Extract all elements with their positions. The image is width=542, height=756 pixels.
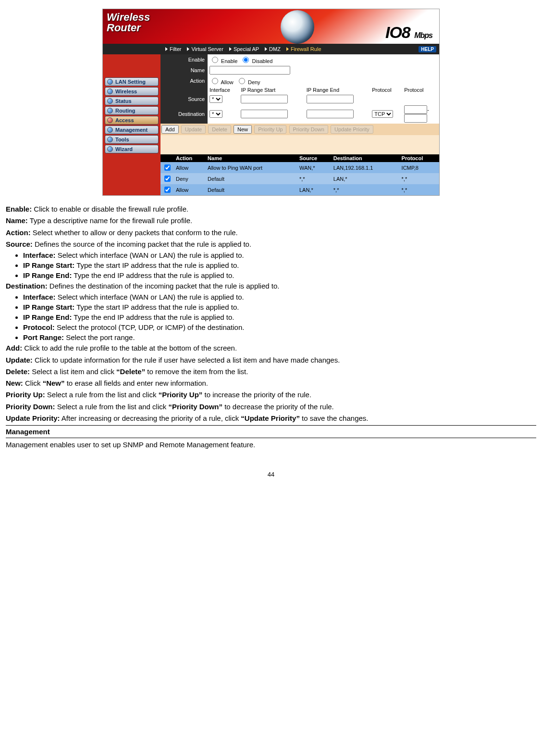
term-destination: Destination:	[6, 282, 48, 290]
rule-check[interactable]	[164, 187, 171, 193]
priority-down-button[interactable]: Priority Down	[289, 125, 328, 134]
term-add: Add:	[6, 344, 22, 352]
disabled-radio[interactable]	[243, 57, 249, 63]
name-input[interactable]	[209, 66, 290, 75]
label-name: Name	[160, 65, 208, 76]
term-source: Source:	[6, 240, 33, 248]
speed-badge: IO8 Mbps	[385, 23, 432, 42]
source-interface-select[interactable]: *	[209, 95, 222, 103]
rules-col-action: Action	[174, 154, 206, 162]
dest-ipstart-input[interactable]	[241, 110, 288, 118]
bullet-icon	[107, 146, 113, 152]
speed-big: IO8	[385, 23, 410, 41]
new-button[interactable]: New	[234, 125, 252, 134]
label-destination: Destination	[160, 104, 208, 124]
sidebar-item-wizard[interactable]: Wizard	[105, 145, 159, 153]
enable-radio[interactable]	[212, 57, 218, 63]
term-update: Update:	[6, 356, 33, 364]
top-tabs: Filter Virtual Server Special AP DMZ Fir…	[103, 44, 439, 54]
term-delete: Delete:	[6, 367, 30, 376]
triangle-icon	[286, 47, 289, 51]
content-area: Enable Enable Disabled Name Action Allow…	[160, 54, 439, 195]
col-protocol2: Protocol	[402, 86, 439, 94]
tab-filter[interactable]: Filter	[165, 46, 181, 52]
rules-col-name: Name	[206, 154, 297, 162]
term-name: Name:	[6, 216, 28, 225]
rules-col-proto: Protocol	[400, 154, 439, 162]
label-action: Action	[160, 76, 208, 86]
brand-logo: Wireless Router	[107, 12, 150, 33]
dest-protocol-select[interactable]: TCP	[372, 110, 393, 118]
term-priority-down: Priority Down:	[6, 403, 55, 411]
bullet-icon	[107, 137, 113, 142]
dest-interface-select[interactable]: *	[209, 110, 222, 118]
sidebar-item-wireless[interactable]: Wireless	[105, 87, 159, 96]
bullet-icon	[107, 108, 113, 113]
term-new: New:	[6, 379, 23, 387]
triangle-icon	[265, 47, 267, 51]
bullet-icon	[107, 127, 113, 133]
tab-firewall-rule[interactable]: Firewall Rule	[286, 46, 321, 52]
bullet-icon	[107, 79, 113, 85]
col-ipstart: IP Range Start	[239, 86, 304, 94]
sidebar: LAN Setting Wireless Status Routing Acce…	[103, 54, 160, 195]
button-bar: Add Update Delete New Priority Up Priori…	[160, 124, 439, 135]
sidebar-item-access[interactable]: Access	[105, 116, 159, 125]
label-source: Source	[160, 94, 208, 104]
router-screenshot: Wireless Router IO8 Mbps Filter Virtual …	[102, 9, 440, 196]
router-header: Wireless Router IO8 Mbps	[103, 9, 439, 44]
sidebar-item-routing[interactable]: Routing	[105, 106, 159, 115]
label-enable: Enable	[160, 54, 208, 65]
sidebar-item-lan[interactable]: LAN Setting	[105, 77, 159, 86]
rules-col-dest: Destination	[332, 154, 400, 162]
delete-button[interactable]: Delete	[208, 125, 231, 134]
speed-small: Mbps	[414, 31, 432, 39]
bullet-icon	[107, 98, 113, 104]
bullet-icon	[107, 88, 113, 94]
sidebar-item-tools[interactable]: Tools	[105, 135, 159, 144]
triangle-icon	[187, 47, 189, 51]
globe-graphic	[281, 10, 314, 44]
source-ipstart-input[interactable]	[241, 95, 288, 103]
brand-line1: Wireless	[107, 12, 150, 23]
col-ipend: IP Range End	[305, 86, 370, 94]
term-enable: Enable:	[6, 205, 32, 213]
page-number: 44	[6, 471, 536, 478]
sidebar-item-status[interactable]: Status	[105, 97, 159, 105]
rules-table: Action Name Source Destination Protocol …	[160, 154, 439, 195]
documentation: Enable: Click to enable or disable the f…	[6, 204, 536, 450]
col-protocol: Protocol	[370, 86, 402, 94]
allow-radio[interactable]	[212, 78, 218, 84]
sidebar-item-management[interactable]: Management	[105, 126, 159, 134]
deny-radio[interactable]	[239, 78, 245, 84]
dest-ipend-input[interactable]	[307, 110, 354, 118]
management-text: Management enables user to set up SNMP a…	[6, 440, 536, 450]
port-start-input[interactable]	[404, 105, 427, 114]
port-end-input[interactable]	[404, 114, 427, 123]
management-heading: Management	[6, 428, 536, 436]
bullet-icon	[107, 117, 113, 123]
rule-check[interactable]	[164, 176, 171, 182]
triangle-icon	[229, 47, 232, 51]
source-ipend-input[interactable]	[307, 95, 354, 103]
term-update-priority: Update Priority:	[6, 414, 60, 422]
help-button[interactable]: HELP	[419, 46, 436, 52]
brand-line2: Router	[107, 23, 150, 33]
triangle-icon	[165, 47, 168, 51]
update-button[interactable]: Update	[181, 125, 206, 134]
term-action: Action:	[6, 228, 31, 237]
priority-up-button[interactable]: Priority Up	[254, 125, 286, 134]
destination-list: Interface: Select which interface (WAN o…	[23, 293, 536, 341]
tab-dmz[interactable]: DMZ	[265, 46, 281, 52]
rules-col-source: Source	[297, 154, 332, 162]
firewall-form: Enable Enable Disabled Name Action Allow…	[160, 54, 439, 124]
tab-virtual-server[interactable]: Virtual Server	[187, 46, 223, 52]
rule-check[interactable]	[164, 164, 171, 171]
term-priority-up: Priority Up:	[6, 391, 45, 399]
col-interface: Interface	[208, 86, 239, 94]
tab-special-ap[interactable]: Special AP	[229, 46, 259, 52]
add-button[interactable]: Add	[161, 125, 179, 134]
update-priority-button[interactable]: Update Priority	[331, 125, 373, 134]
source-list: Interface: Select which interface (WAN o…	[23, 251, 536, 279]
